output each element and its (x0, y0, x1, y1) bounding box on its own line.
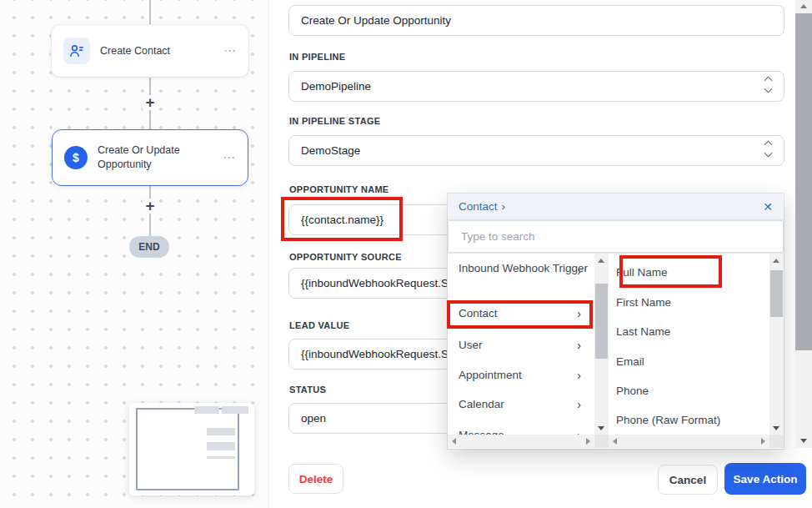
menu-item-phone-raw-format[interactable]: Phone (Raw Format) (609, 412, 763, 429)
canvas-minimap[interactable] (129, 403, 254, 495)
field-label-lead-value: LEAD VALUE (289, 320, 349, 330)
save-action-button[interactable]: Save Action (724, 463, 806, 495)
scroll-down-icon[interactable] (800, 439, 807, 443)
menu-item-email[interactable]: Email (609, 354, 763, 370)
scroll-left-icon[interactable] (452, 438, 456, 445)
chevron-right-icon: › (577, 396, 581, 413)
scroll-up-icon[interactable] (773, 259, 779, 263)
scrollbar-thumb[interactable] (795, 13, 812, 350)
breadcrumb[interactable]: Contact› (459, 200, 505, 213)
popup-search (448, 220, 784, 254)
custom-values-popup: Contact› ✕ Inbound Webhook Trigger› Cont… (448, 194, 784, 449)
field-label-in-pipeline: IN PIPELINE (289, 52, 345, 62)
action-title-input[interactable] (288, 5, 784, 36)
fields-vertical-scrollbar[interactable] (769, 254, 784, 435)
pipeline-stage-select-value[interactable] (288, 135, 784, 166)
menu-item-appointment[interactable]: Appointment› (448, 367, 594, 384)
pipeline-select-value[interactable] (288, 71, 784, 102)
field-label-status: STATUS (289, 385, 326, 395)
menu-item-inbound-webhook-trigger[interactable]: Inbound Webhook Trigger› (448, 260, 594, 277)
minimap-content-bar (194, 406, 219, 414)
search-input[interactable] (448, 220, 784, 253)
chevron-right-icon: › (577, 263, 581, 279)
node-options-icon[interactable]: ⋯ (223, 150, 236, 165)
menu-item-last-name[interactable]: Last Name (609, 324, 763, 340)
delete-button[interactable]: Delete (288, 464, 343, 494)
node-label: Create Or Update Opportunity (98, 143, 201, 172)
workflow-canvas[interactable]: Create Contact ⋯ + $ Create Or Update Op… (0, 0, 268, 508)
workflow-node-create-or-update-opportunity[interactable]: $ Create Or Update Opportunity ⋯ (52, 129, 248, 186)
groups-pane: Inbound Webhook Trigger› Contact› User› … (448, 254, 609, 448)
menu-item-calendar[interactable]: Calendar› (448, 396, 594, 413)
groups-horizontal-scrollbar[interactable] (448, 435, 609, 448)
pipeline-stage-select[interactable] (288, 135, 784, 166)
minimap-content-bar (207, 428, 235, 435)
minimap-content-bar (207, 456, 235, 459)
scroll-down-icon[interactable] (773, 426, 779, 430)
cancel-button[interactable]: Cancel (658, 465, 718, 495)
menu-item-user[interactable]: User› (448, 337, 594, 354)
menu-item-full-name[interactable]: Full Name (609, 264, 763, 281)
scroll-right-icon[interactable] (761, 438, 765, 445)
field-label-opportunity-source: OPPORTUNITY SOURCE (289, 252, 402, 262)
node-label: Create Contact (100, 44, 203, 58)
add-step-button[interactable]: + (143, 199, 158, 214)
scrollbar-corner (769, 435, 784, 448)
fields-horizontal-scrollbar[interactable] (609, 435, 784, 448)
close-icon[interactable]: ✕ (763, 200, 773, 214)
panel-vertical-scrollbar[interactable] (795, 0, 812, 448)
chevron-right-icon: › (577, 367, 581, 384)
scroll-down-icon[interactable] (598, 426, 604, 430)
field-label-opportunity-name: OPPORTUNITY NAME (289, 184, 389, 194)
scroll-right-icon[interactable] (586, 438, 590, 445)
scrollbar-thumb[interactable] (770, 270, 783, 317)
contact-icon (63, 38, 90, 64)
menu-item-contact[interactable]: Contact› (448, 305, 594, 322)
fields-pane: Full Name First Name Last Name Email Pho… (609, 254, 784, 448)
scroll-up-icon[interactable] (598, 259, 604, 263)
pipeline-select[interactable] (288, 71, 784, 102)
end-node: END (129, 236, 169, 258)
menu-item-phone[interactable]: Phone (609, 383, 763, 400)
popup-header: Contact› ✕ (448, 194, 784, 220)
chevron-right-icon: › (502, 200, 506, 213)
add-step-button[interactable]: + (143, 95, 158, 110)
dollar-icon: $ (64, 146, 88, 169)
menu-item-first-name[interactable]: First Name (609, 294, 763, 311)
minimap-content-bar (207, 442, 235, 450)
workflow-node-create-contact[interactable]: Create Contact ⋯ (52, 25, 248, 77)
groups-vertical-scrollbar[interactable] (594, 254, 609, 435)
scrollbar-corner (594, 435, 609, 448)
chevron-right-icon: › (577, 305, 581, 322)
chevron-right-icon: › (577, 337, 581, 354)
scrollbar-thumb[interactable] (595, 284, 608, 359)
node-options-icon[interactable]: ⋯ (223, 43, 237, 58)
scroll-up-icon[interactable] (800, 4, 807, 8)
minimap-content-bar (222, 406, 248, 414)
scroll-left-icon[interactable] (613, 438, 617, 445)
field-label-in-pipeline-stage: IN PIPELINE STAGE (289, 116, 380, 126)
